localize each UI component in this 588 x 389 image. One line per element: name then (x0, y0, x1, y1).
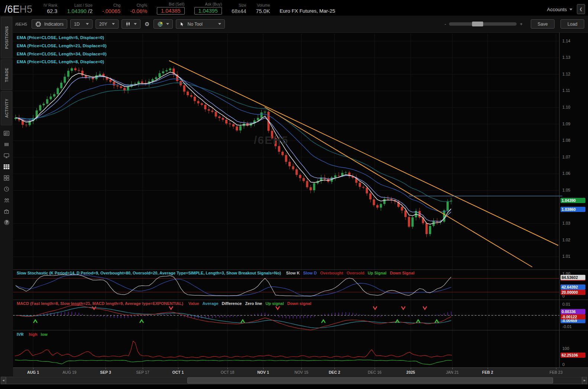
time-label-dec-16: DEC 16 (368, 370, 382, 374)
stochastic-title: Slow Stochastic (K Period=14, D Period=9… (17, 271, 281, 275)
macd-legend-down-signal: Down signal (287, 301, 311, 306)
scroll-left-button[interactable]: ◀ (1, 377, 6, 384)
ivr-axis-bottom: 0 (562, 362, 565, 367)
scroll-right-button[interactable]: ▶ (582, 377, 587, 384)
price-chart-canvas[interactable] (13, 33, 588, 367)
symbol-input[interactable]: /6EH5 (15, 22, 29, 26)
sidebar-tab-activity[interactable]: ACTIVITY (1, 91, 12, 125)
ivr-header[interactable]: IVRhighlow (17, 332, 51, 337)
ema-label-21[interactable]: EMA (Price=CLOSE, Length=21, Displace=0) (17, 42, 106, 50)
stochastic-header[interactable]: Slow Stochastic (K Period=14, D Period=9… (17, 271, 418, 275)
ema-5-line (16, 72, 451, 224)
sidebar-tab-positions[interactable]: POSITIONS (1, 17, 12, 58)
stochastic-badge-2: 20.00000 (560, 290, 585, 295)
timeframe-dropdown[interactable]: 1D (70, 19, 93, 29)
header-field-ask-buy-[interactable]: Ask (Buy)1.04395 (194, 2, 222, 15)
header-field-bid-sell-[interactable]: Bid (Sell)1.04385 (157, 2, 184, 15)
macd-legend-up-signal: Up signal (265, 301, 284, 306)
dashboard-icon[interactable] (2, 174, 12, 182)
time-tick-mark (452, 368, 453, 369)
package-icon[interactable] (2, 207, 12, 215)
zoom-in-button[interactable]: + (520, 21, 523, 27)
time-tick-mark (556, 368, 556, 369)
price-tick-1.03: 1.03 (562, 221, 570, 225)
stochastic-legend-down-signal: Down Signal (390, 271, 414, 275)
price-tick-1.13: 1.13 (562, 55, 570, 60)
macd-down-signal-arrow (92, 306, 96, 309)
chevron-down-icon (134, 23, 137, 25)
scrollbar-track[interactable] (6, 377, 582, 384)
people-icon[interactable] (2, 196, 12, 204)
chevron-down-icon (86, 23, 89, 25)
header-quote-fields: IV Rank62.3Last / Size1.04390 /2Chg-.000… (43, 2, 280, 15)
drawing-tool-dropdown[interactable]: No Tool (176, 19, 225, 29)
ema-21-line (16, 79, 451, 212)
time-tick-mark (227, 368, 228, 369)
macd-up-signal-arrow (322, 320, 325, 323)
left-sidebar: POSITIONS TRADE ACTIVITY ? (0, 16, 13, 376)
price-tick-1.14: 1.14 (562, 39, 570, 43)
price-line-badge: 1.03860 (560, 207, 585, 212)
ivr-low-line (15, 360, 452, 365)
macd-badge: 0.00336 (560, 309, 585, 314)
zoom-slider-handle[interactable] (472, 22, 483, 26)
indicators-button[interactable]: Indicators (32, 19, 67, 29)
time-label-nov-15: NOV 15 (294, 370, 308, 374)
macd-average-line (16, 307, 451, 328)
ema-34-line (16, 83, 451, 202)
time-tick-mark (411, 368, 411, 369)
ema-label-34[interactable]: EMA (Price=CLOSE, Length=34, Displace=0) (17, 50, 106, 58)
ivr-legend-high: high (29, 332, 37, 337)
time-tick-mark (301, 368, 302, 369)
range-dropdown[interactable]: 20Y (96, 19, 119, 29)
time-tick-mark (335, 368, 335, 369)
macd-axis-bottom: -0.01 (562, 324, 572, 329)
slow-k-line (16, 275, 451, 296)
sidebar-tab-trade[interactable]: TRADE (1, 60, 12, 90)
chevron-down-icon (166, 23, 169, 25)
time-axis[interactable]: AUG 1AUG 19SEP 3SEP 17OCT 1OCT 18NOV 1NO… (13, 367, 588, 376)
stochastic-legend-up-signal: Up Signal (368, 271, 387, 275)
zoom-out-button[interactable]: - (445, 21, 446, 27)
ema-label-5[interactable]: EMA (Price=CLOSE, Length=5, Displace=0) (17, 34, 106, 42)
zoom-slider[interactable] (449, 22, 517, 26)
load-button[interactable]: Load (560, 19, 584, 29)
scrollbar-thumb[interactable] (187, 377, 553, 383)
ema-label-8[interactable]: EMA (Price=CLOSE, Length=8, Displace=0) (17, 58, 106, 66)
cursor-arrow-icon (180, 22, 184, 27)
chart-layout-dropdown[interactable] (154, 19, 173, 29)
macd-header[interactable]: MACD (Fast length=8, Slow length=21, MAC… (17, 301, 315, 306)
price-tick-1.09: 1.09 (562, 122, 570, 126)
price-tick-1.02: 1.02 (562, 238, 570, 242)
macd-badge: -0.00122 (560, 314, 585, 319)
chart-settings-gear-icon[interactable]: ⚙ (143, 21, 151, 28)
macd-value-line (16, 305, 451, 330)
time-label-aug-1: AUG 1 (27, 370, 39, 374)
macd-legend-difference: Difference (222, 301, 242, 306)
macd-layer (13, 305, 559, 330)
price-tick-1.01: 1.01 (562, 254, 570, 258)
time-label-feb-2: FEB 2 (482, 370, 493, 374)
save-button[interactable]: Save (531, 19, 555, 29)
ivr-legend-low: low (41, 332, 48, 337)
sidebar-icon-stack: ? (2, 129, 12, 226)
time-tick-mark (178, 368, 178, 369)
horizontal-scrollbar[interactable]: ◀ ▶ (0, 376, 588, 385)
monitor-icon[interactable] (2, 151, 12, 160)
macd-legend-average: Average (203, 301, 219, 306)
stochastic-layer (13, 275, 559, 296)
header-field-last-size: Last / Size1.04390 /2 (67, 3, 93, 15)
chart-grid-icon-active[interactable] (2, 163, 12, 171)
history-icon[interactable] (2, 185, 12, 193)
chart-type-dropdown[interactable] (122, 19, 140, 29)
ivr-layer (15, 341, 452, 364)
watchlist-icon[interactable] (2, 140, 12, 148)
price-tick-1.07: 1.07 (562, 155, 570, 159)
help-icon[interactable]: ? (2, 218, 12, 226)
candle-chart-icon (125, 21, 131, 27)
collapse-panel-button[interactable]: ❮ (577, 4, 585, 14)
accounts-dropdown[interactable]: Accounts (547, 7, 572, 15)
chart-area[interactable]: /6EH5 EMA (Price=CLOSE, Length=5, Displa… (13, 33, 588, 376)
accounts-label: Accounts (547, 7, 567, 12)
news-icon[interactable] (2, 129, 12, 137)
